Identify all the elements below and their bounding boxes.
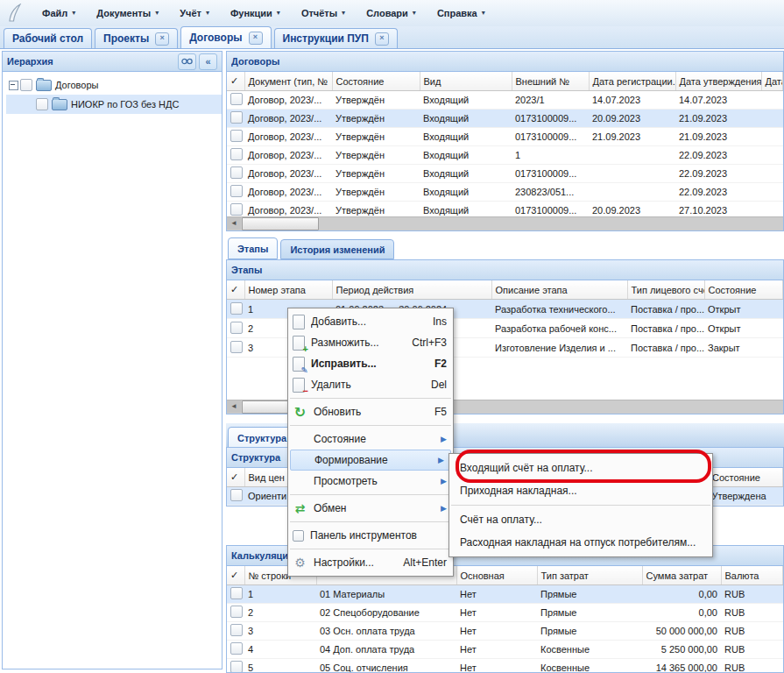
menubar-item-functions[interactable]: Функции▾ <box>220 4 291 22</box>
menubar-item-documents[interactable]: Документы▾ <box>86 4 169 22</box>
tab-этапы[interactable]: Этапы <box>228 237 278 259</box>
menu-item[interactable]: Исправить...F2 <box>288 353 453 374</box>
table-row[interactable]: 101 МатериалыНетПрямые0,00RUB <box>227 585 783 604</box>
tab-pup-instructions[interactable]: Инструкции ПУП× <box>274 28 398 48</box>
collapse-panel-icon[interactable]: « <box>199 53 217 70</box>
grid-header-row: ✓Документ (тип, №СостояниеВидВнешний №Да… <box>227 72 783 91</box>
scroll-left-icon[interactable]: ◄ <box>227 217 241 230</box>
tab-contracts[interactable]: Договоры× <box>180 26 271 48</box>
search-icon[interactable] <box>178 53 196 70</box>
column-header[interactable]: ✓ <box>227 72 244 91</box>
cell: 20.09.2023 <box>589 110 675 128</box>
cell: 03 Осн. оплата труда <box>316 622 456 641</box>
column-header[interactable]: Тип лицевого счёт <box>627 280 704 300</box>
column-header[interactable]: Документ (тип, № <box>244 72 332 91</box>
cell: Поставка / про... <box>627 338 704 358</box>
table-row[interactable]: Договор, 2023/...УтверждёнВходящий2023/1… <box>227 91 783 110</box>
tree-node-contracts[interactable]: Договоры <box>6 75 222 95</box>
menu-item[interactable]: Добавить...Ins <box>288 311 453 332</box>
column-header[interactable]: Состояние <box>332 72 420 91</box>
row-checkbox[interactable] <box>230 130 243 142</box>
tab-structure[interactable]: Структура <box>228 427 296 449</box>
menubar-item-accounting[interactable]: Учёт▾ <box>169 4 220 22</box>
menu-item[interactable]: Входящий счёт на оплату... <box>449 457 712 479</box>
tree-node-label: НИОКР по ГОЗ без НДС <box>71 99 179 110</box>
tree-node-checkbox[interactable] <box>20 79 32 91</box>
row-checkbox[interactable] <box>230 111 243 124</box>
column-header[interactable]: Дата утверждения <box>675 72 761 91</box>
table-row[interactable]: 303 Осн. оплата трудаНетПрямые50 000 000… <box>227 622 783 641</box>
menu-item[interactable]: Приходная накладная... <box>449 479 712 502</box>
tree-node-niokr[interactable]: НИОКР по ГОЗ без НДС <box>6 95 222 114</box>
table-row[interactable]: 505 Соц. отчисленияНетКосвенные14 365 00… <box>227 659 783 673</box>
menu-item[interactable]: Состояние▶ <box>288 429 453 450</box>
menu-item[interactable]: Панель инструментов <box>288 525 453 546</box>
column-header[interactable]: ✓ <box>227 468 244 487</box>
table-row[interactable]: Договор, 2023/...УтверждёнВходящий122.09… <box>227 146 783 165</box>
menu-item[interactable]: Счёт на оплату... <box>449 508 712 531</box>
menubar-item-reports[interactable]: Отчёты▾ <box>291 4 356 22</box>
close-icon[interactable]: × <box>375 32 389 46</box>
column-header[interactable]: Вид <box>420 72 512 91</box>
column-header[interactable]: Тип затрат <box>537 566 642 585</box>
row-checkbox[interactable] <box>230 489 243 501</box>
menu-item[interactable]: Расходная накладная на отпуск потребител… <box>449 531 712 554</box>
row-checkbox[interactable] <box>230 587 243 599</box>
dropdown-arrow-icon: ▾ <box>413 10 416 17</box>
close-icon[interactable]: × <box>155 32 169 46</box>
scroll-left-icon[interactable]: ◄ <box>227 400 241 413</box>
column-header[interactable]: Валюта <box>721 566 783 585</box>
column-header[interactable]: Сумма затрат <box>642 566 721 585</box>
row-checkbox[interactable] <box>230 642 243 655</box>
tab-projects[interactable]: Проекты× <box>95 28 178 48</box>
table-row[interactable]: Договор, 2023/...УтверждёнВходящий017310… <box>227 128 783 146</box>
menu-item[interactable]: Размножить...Ctrl+F3 <box>288 332 453 353</box>
dropdown-arrow-icon: ▾ <box>155 10 159 17</box>
menu-item[interactable]: Просмотреть▶ <box>288 471 453 492</box>
tree-node-checkbox[interactable] <box>36 98 48 110</box>
horizontal-scrollbar[interactable]: ◄ <box>227 216 783 230</box>
column-header[interactable]: Состояние <box>709 468 783 487</box>
row-checkbox[interactable] <box>230 606 243 618</box>
column-header[interactable]: Описание этапа <box>491 280 627 300</box>
menu-item[interactable]: УдалитьDel <box>288 374 453 395</box>
table-row[interactable]: 202 СпецоборудованиеНетПрямые0,00RUB <box>227 604 783 622</box>
tab-история-изменений[interactable]: История изменений <box>280 239 394 259</box>
scrollbar-thumb[interactable] <box>242 217 319 230</box>
row-checkbox[interactable] <box>230 302 243 315</box>
menubar-item-dictionaries[interactable]: Словари▾ <box>356 4 427 22</box>
column-header[interactable]: Дата регистрации. <box>589 72 675 91</box>
row-checkbox[interactable] <box>230 322 243 334</box>
blank-icon <box>293 453 308 468</box>
row-checkbox[interactable] <box>230 341 243 353</box>
menubar-item-file[interactable]: Файл▾ <box>32 4 86 22</box>
row-checkbox[interactable] <box>230 661 243 673</box>
menu-item[interactable]: ⚙Настройки...Alt+Enter <box>288 552 453 573</box>
column-header[interactable]: ✓ <box>227 280 244 300</box>
table-row[interactable]: Договор, 2023/...УтверждёнВходящий017310… <box>227 110 783 128</box>
column-header[interactable]: Состояние <box>704 280 783 300</box>
column-header[interactable]: ✓ <box>227 566 244 585</box>
close-icon[interactable]: × <box>249 32 263 45</box>
menubar-item-help[interactable]: Справка▾ <box>427 4 496 22</box>
tab-desktop[interactable]: Рабочий стол <box>4 28 92 48</box>
column-header[interactable]: Период действия <box>332 280 491 300</box>
cell: Входящий <box>420 110 512 128</box>
column-header[interactable]: Номер этапа <box>244 280 332 300</box>
row-checkbox[interactable] <box>230 624 243 636</box>
row-checkbox[interactable] <box>230 185 243 197</box>
table-row[interactable]: Договор, 2023/...УтверждёнВходящий230823… <box>227 183 783 202</box>
table-row[interactable]: Договор, 2023/...УтверждёнВходящий017310… <box>227 165 783 183</box>
row-checkbox[interactable] <box>230 93 243 105</box>
tree-collapse-icon[interactable] <box>6 81 20 90</box>
column-header[interactable]: Дата <box>761 72 783 91</box>
column-header[interactable]: Основная <box>456 566 537 585</box>
row-checkbox[interactable] <box>230 166 243 179</box>
row-checkbox[interactable] <box>230 148 243 160</box>
menu-item[interactable]: ⇄Обмен▶ <box>288 498 453 519</box>
menu-item[interactable]: ↻ОбновитьF5 <box>288 401 453 422</box>
column-header[interactable]: Внешний № <box>512 72 589 91</box>
table-row[interactable]: 404 Доп. оплата трудаНетКосвенные5 250 0… <box>227 641 783 659</box>
menu-item[interactable]: Формирование▶ <box>290 450 451 471</box>
row-checkbox[interactable] <box>230 203 243 216</box>
